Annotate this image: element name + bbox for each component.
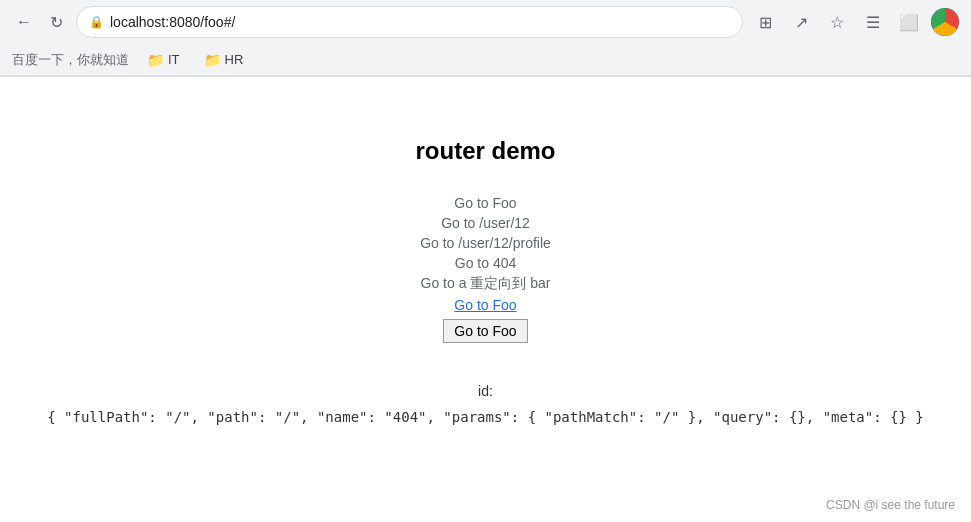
url-text: localhost:8080/foo#/	[110, 14, 730, 30]
window-icon: ⬜	[899, 13, 919, 32]
avatar	[931, 8, 959, 36]
route-info: { "fullPath": "/", "path": "/", "name": …	[47, 409, 924, 425]
bookmark-folder-hr[interactable]: 📁 HR	[198, 50, 250, 70]
bookmark-baidu[interactable]: 百度一下，你就知道	[12, 51, 129, 69]
translate-icon: ⊞	[759, 13, 772, 32]
refresh-button[interactable]: ↻	[44, 10, 68, 34]
star-icon: ☆	[830, 13, 844, 32]
refresh-icon: ↻	[50, 13, 63, 32]
browser-chrome: ← ↻ 🔒 localhost:8080/foo#/ ⊞ ↗ ☆ ☰ ⬜	[0, 0, 971, 77]
window-button[interactable]: ⬜	[895, 8, 923, 36]
bookmark-star-button[interactable]: ☆	[823, 8, 851, 36]
tab-search-button[interactable]: ☰	[859, 8, 887, 36]
button-go-to-foo[interactable]: Go to Foo	[443, 319, 527, 343]
folder-icon-hr: 📁	[204, 52, 221, 68]
link-go-to-404[interactable]: Go to 404	[455, 255, 517, 271]
share-icon: ↗	[795, 13, 808, 32]
share-button[interactable]: ↗	[787, 8, 815, 36]
lock-icon: 🔒	[89, 15, 104, 29]
link-go-to-foo-blue[interactable]: Go to Foo	[454, 297, 516, 313]
link-go-to-bar-redirect[interactable]: Go to a 重定向到 bar	[421, 275, 551, 293]
bookmarks-bar: 百度一下，你就知道 📁 IT 📁 HR	[0, 44, 971, 76]
link-go-to-user-12-profile[interactable]: Go to /user/12/profile	[420, 235, 551, 251]
bookmark-folder-it-label: IT	[168, 52, 180, 67]
toolbar-icons: ⊞ ↗ ☆ ☰ ⬜	[751, 8, 959, 36]
address-bar[interactable]: 🔒 localhost:8080/foo#/	[76, 6, 743, 38]
bookmark-folder-hr-label: HR	[225, 52, 244, 67]
link-go-to-foo[interactable]: Go to Foo	[454, 195, 516, 211]
back-button[interactable]: ←	[12, 10, 36, 34]
id-label: id:	[47, 383, 924, 399]
browser-toolbar: ← ↻ 🔒 localhost:8080/foo#/ ⊞ ↗ ☆ ☰ ⬜	[0, 0, 971, 44]
nav-links: Go to Foo Go to /user/12 Go to /user/12/…	[420, 195, 551, 343]
link-go-to-user-12[interactable]: Go to /user/12	[441, 215, 530, 231]
page-content: router demo Go to Foo Go to /user/12 Go …	[0, 77, 971, 445]
page-title: router demo	[415, 137, 555, 165]
bookmark-folder-it[interactable]: 📁 IT	[141, 50, 186, 70]
profile-button[interactable]	[931, 8, 959, 36]
translate-button[interactable]: ⊞	[751, 8, 779, 36]
back-icon: ←	[16, 13, 32, 31]
info-section: id: { "fullPath": "/", "path": "/", "nam…	[47, 383, 924, 425]
tab-search-icon: ☰	[866, 13, 880, 32]
folder-icon-it: 📁	[147, 52, 164, 68]
